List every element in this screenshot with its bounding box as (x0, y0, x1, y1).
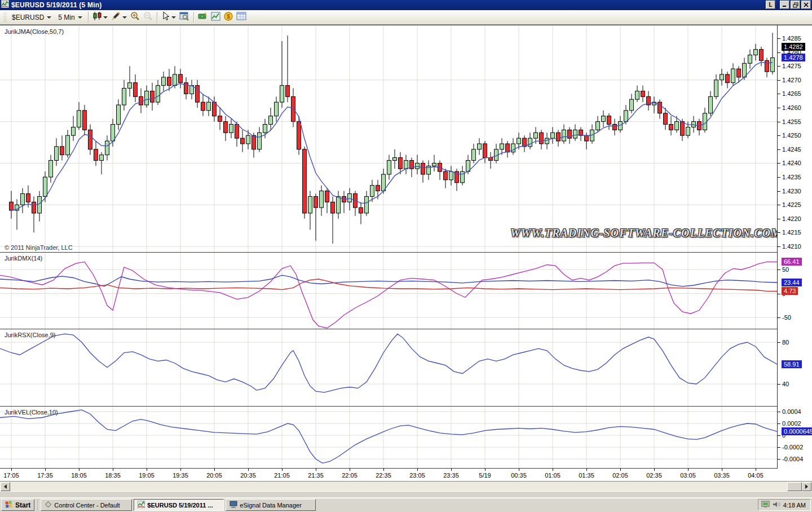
axis-label: 1.4215 (782, 229, 801, 236)
price-tag: 1.4278 (782, 54, 805, 61)
rsx-panel-chart[interactable] (0, 329, 777, 406)
panel-divider[interactable] (0, 406, 812, 407)
time-axis-label: 02:35 (646, 472, 662, 479)
toolbar-grip[interactable] (3, 12, 6, 23)
chart-toolbar: $EURUSD 5 Min (0, 10, 812, 25)
candlestick-icon (92, 11, 102, 23)
time-axis-label: 21:35 (308, 472, 324, 479)
axis-label: 1.4255 (782, 118, 801, 125)
axis-label: 80 (782, 339, 789, 346)
time-tick (722, 469, 722, 471)
zoom-out-button[interactable] (142, 10, 155, 24)
axis-label: 40 (782, 381, 789, 387)
link-button[interactable]: L (766, 1, 775, 9)
chevron-down-icon (103, 16, 108, 19)
cursor-arrow-icon (161, 11, 170, 23)
scroll-left-button[interactable] (1, 482, 10, 491)
cursor-button[interactable] (160, 10, 178, 24)
vel-gridlines (0, 407, 777, 468)
axis-tick (778, 447, 780, 448)
close-button[interactable] (801, 1, 811, 9)
axis-tick (778, 412, 780, 412)
volume-tray-icon[interactable] (773, 501, 780, 509)
time-tick (451, 469, 452, 471)
axis-label: 1.4235 (782, 174, 801, 180)
axis-tick (778, 135, 780, 136)
time-axis-label: 18:35 (105, 472, 121, 479)
candle-wicks (11, 33, 773, 244)
drawing-tools-button[interactable] (109, 10, 129, 24)
windows-flag-icon (5, 501, 13, 510)
axis-tick (778, 177, 780, 178)
axis-tick (778, 294, 780, 294)
jma-line (11, 62, 773, 210)
axis-label: 0.0002 (782, 420, 801, 427)
interval-selector[interactable]: 5 Min (55, 12, 85, 23)
task-esignal-data-manager[interactable]: eSignal Data Manager (226, 499, 316, 511)
time-axis-label: 03:35 (714, 472, 730, 479)
data-grid-button[interactable] (235, 11, 248, 24)
panel-divider (0, 25, 812, 25)
candle-bodies (10, 50, 775, 213)
main-gridlines (0, 25, 777, 252)
axis-label: 50 (782, 266, 789, 273)
clock[interactable]: 4:18 AM (783, 502, 806, 509)
rsx-line (0, 334, 777, 392)
toolbar-separator (157, 12, 157, 23)
time-axis-label: 04:05 (748, 472, 764, 479)
time-axis[interactable]: 17:0517:3518:0518:3519:0519:3520:0520:35… (0, 469, 812, 481)
time-axis-label: 17:05 (3, 472, 19, 479)
panel-divider[interactable] (0, 252, 812, 253)
minimize-button[interactable] (780, 1, 789, 9)
price-tag: 23.44 (782, 279, 802, 286)
chart-style-button[interactable] (91, 10, 109, 24)
task-eurusd-chart[interactable]: $EURUSD 5/19/2011 ... (134, 499, 224, 511)
axis-label: 1.4245 (782, 146, 801, 153)
start-button[interactable]: Start (1, 499, 34, 511)
mini-chart-button[interactable] (209, 11, 222, 24)
price-tag: 1.4282 (782, 43, 805, 51)
axis-tick (778, 459, 780, 460)
time-tick (180, 469, 181, 471)
time-tick (79, 469, 80, 471)
price-axis[interactable]: 1.42851.42801.42751.42701.42651.42601.42… (777, 25, 812, 469)
axis-tick (778, 52, 780, 53)
time-axis-label: 23:05 (409, 472, 425, 479)
title-bar[interactable]: $EURUSD 5/19/2011 (5 Min) L (0, 0, 812, 10)
time-tick (417, 469, 418, 471)
time-tick (756, 469, 756, 471)
zoom-in-button[interactable] (129, 10, 142, 24)
panel-divider[interactable] (0, 329, 812, 329)
scroll-right-button[interactable] (802, 482, 811, 491)
account-coin-button[interactable]: $ (222, 11, 235, 24)
dmx-panel-chart[interactable] (0, 253, 777, 329)
dmx-blue (0, 275, 777, 286)
time-axis-label: 22:05 (342, 472, 358, 479)
horizontal-scrollbar[interactable] (0, 481, 812, 491)
axis-tick (778, 66, 780, 67)
instrument-selector[interactable]: $EURUSD (8, 12, 55, 23)
time-tick (316, 469, 316, 471)
chart-properties-button[interactable] (178, 10, 191, 24)
data-grid-icon (236, 12, 246, 23)
time-tick (620, 469, 621, 471)
scrollbar-thumb[interactable] (787, 482, 802, 491)
watermark-text: WWW.TRADING-SOFTWARE-COLLECTION.COM (510, 227, 775, 240)
rsx-indicator-label: JurikRSX(Close,9) (5, 332, 55, 338)
vel-panel-chart[interactable] (0, 407, 777, 468)
axis-tick (778, 94, 780, 94)
axis-tick (778, 317, 780, 318)
data-feed-tray-icon[interactable] (761, 501, 770, 510)
price-panel-chart[interactable] (0, 25, 777, 252)
task-control-center[interactable]: Control Center - Default (41, 499, 132, 511)
order-entry-button[interactable] (196, 11, 209, 24)
axis-label: 1.4230 (782, 188, 801, 195)
time-tick (214, 469, 215, 471)
time-axis-label: 19:35 (173, 472, 188, 479)
right-arrow-icon (805, 484, 808, 489)
axis-tick (778, 80, 780, 81)
control-center-icon (45, 501, 52, 509)
left-arrow-icon (4, 484, 7, 489)
axis-label: 1.4260 (782, 104, 801, 111)
restore-button[interactable] (791, 1, 800, 9)
